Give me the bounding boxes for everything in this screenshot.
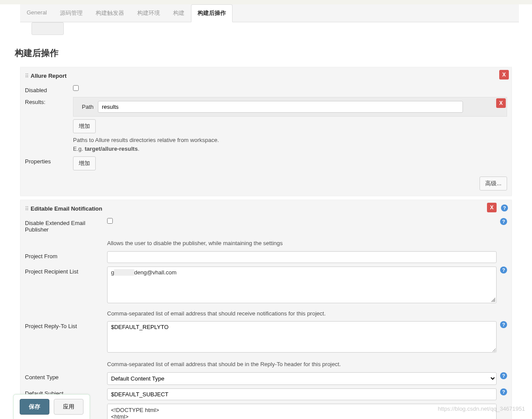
disable-publisher-help: Allows the user to disable the publisher… <box>107 239 497 248</box>
content-type-select[interactable]: Default Content Type <box>107 372 497 385</box>
recipient-help: Comma-separated list of email address th… <box>107 309 497 318</box>
email-header: ⠿ Editable Email Notification <box>25 205 497 216</box>
path-input[interactable] <box>98 101 463 113</box>
subject-input[interactable] <box>107 388 497 400</box>
email-notification-block: X ? ⠿ Editable Email Notification Disabl… <box>20 200 512 419</box>
replyto-help: Comma-separated list of email address th… <box>107 360 497 369</box>
tab-env[interactable]: 构建环境 <box>131 4 167 22</box>
path-label: Path <box>77 104 98 110</box>
recipient-label: Project Recipient List <box>25 267 107 275</box>
allure-header: ⠿ Allure Report <box>25 73 507 83</box>
ghost-placeholder <box>31 22 64 35</box>
email-title: Editable Email Notification <box>31 205 102 212</box>
project-from-row: Project From <box>25 249 497 265</box>
subject-row: Default Subject ? <box>25 387 497 402</box>
path-block: X Path <box>73 97 507 117</box>
content-type-row: Content Type Default Content Type ? <box>25 371 497 387</box>
recipient-row: Project Recipient List gxxxxxxxdeng@vhal… <box>25 265 497 305</box>
results-row: Results: X Path 增加 Paths to Allure resul… <box>25 95 507 155</box>
drag-handle-icon[interactable]: ⠿ <box>25 206 28 212</box>
project-from-input[interactable] <box>107 251 497 263</box>
help-icon[interactable]: ? <box>500 372 507 379</box>
disabled-label: Disabled <box>25 85 73 93</box>
disable-publisher-label: Disable Extended Email Publisher <box>25 218 107 233</box>
content-row: Default Content <!DOCTYPE html> <html> <… <box>25 402 497 419</box>
help-icon[interactable]: ? <box>500 218 507 225</box>
add-path-button[interactable]: 增加 <box>73 119 96 133</box>
replyto-row: Project Reply-To List $DEFAULT_REPLYTO ? <box>25 319 497 356</box>
properties-row: Properties 增加 <box>25 155 507 172</box>
delete-email-button[interactable]: X <box>487 203 497 212</box>
allure-title: Allure Report <box>31 73 66 79</box>
properties-label: Properties <box>25 156 73 165</box>
replyto-textarea[interactable]: $DEFAULT_REPLYTO <box>107 321 497 353</box>
help-icon[interactable]: ? <box>500 267 507 274</box>
help-icon[interactable]: ? <box>500 388 507 395</box>
add-property-button[interactable]: 增加 <box>73 156 96 170</box>
tab-build[interactable]: 构建 <box>167 4 191 22</box>
save-button[interactable]: 保存 <box>20 399 49 415</box>
content-type-label: Content Type <box>25 372 107 381</box>
disabled-row: Disabled <box>25 83 507 95</box>
delete-allure-button[interactable]: X <box>499 70 509 80</box>
tab-postbuild[interactable]: 构建后操作 <box>191 4 233 22</box>
disable-publisher-checkbox[interactable] <box>107 218 113 224</box>
project-from-label: Project From <box>25 251 107 260</box>
recipient-textarea[interactable]: gxxxxxxxdeng@vhall.com <box>107 267 497 303</box>
paths-help: Paths to Allure results directories rela… <box>73 136 507 153</box>
content-textarea[interactable]: <!DOCTYPE html> <html> <head> <meta char… <box>107 404 497 419</box>
footer-actions: 保存 应用 <box>13 394 90 419</box>
apply-button[interactable]: 应用 <box>54 399 83 415</box>
top-banner <box>0 0 532 4</box>
help-icon[interactable]: ? <box>501 204 508 211</box>
disable-publisher-row: Disable Extended Email Publisher ? <box>25 216 497 235</box>
help-icon[interactable]: ? <box>500 321 507 328</box>
delete-path-button[interactable]: X <box>496 98 506 108</box>
advanced-button[interactable]: 高级... <box>480 177 507 190</box>
drag-handle-icon[interactable]: ⠿ <box>25 73 28 79</box>
page-container: General 源码管理 构建触发器 构建环境 构建 构建后操作 构建后操作 X… <box>0 4 519 419</box>
tab-triggers[interactable]: 构建触发器 <box>89 4 131 22</box>
replyto-label: Project Reply-To List <box>25 321 107 329</box>
disabled-checkbox[interactable] <box>73 85 79 91</box>
tab-general[interactable]: General <box>20 4 53 22</box>
config-tabs: General 源码管理 构建触发器 构建环境 构建 构建后操作 <box>20 4 519 22</box>
results-label: Results: <box>25 97 73 105</box>
allure-report-block: X ⠿ Allure Report Disabled Results: X Pa… <box>20 67 512 196</box>
tab-scm[interactable]: 源码管理 <box>53 4 89 22</box>
section-title: 构建后操作 <box>13 38 519 65</box>
